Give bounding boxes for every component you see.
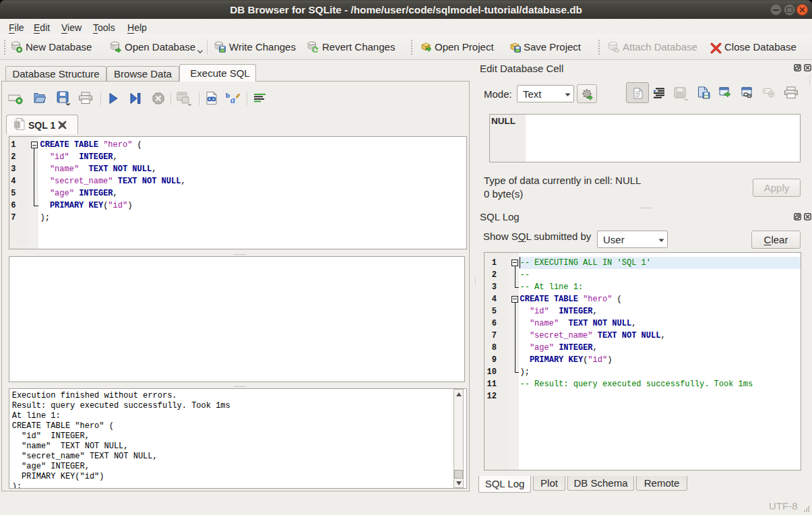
svg-text:a: a [230, 95, 235, 105]
svg-text:b: b [226, 92, 230, 99]
